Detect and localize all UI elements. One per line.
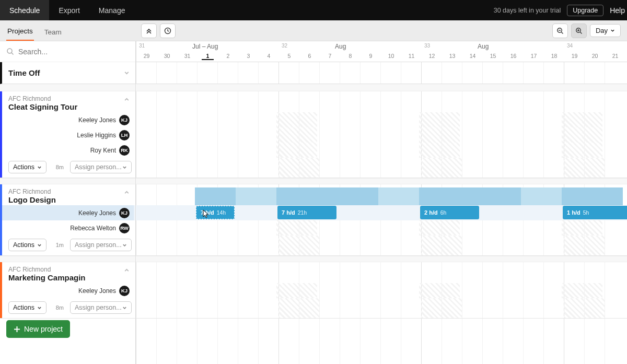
weekend-stripe (582, 283, 602, 298)
assign-person-select[interactable]: Assign person... (70, 239, 132, 251)
day-header[interactable]: 10 (385, 53, 397, 59)
avatar: RW (119, 223, 130, 233)
zoom-out-button[interactable] (552, 24, 568, 38)
day-header[interactable]: 17 (528, 53, 540, 59)
day-header[interactable]: 29 (141, 53, 153, 59)
project-name: Logo Design (8, 195, 127, 204)
chevron-down-icon[interactable] (124, 70, 130, 76)
nav-schedule[interactable]: Schedule (0, 0, 49, 20)
person-track[interactable] (134, 143, 627, 158)
day-header[interactable]: 18 (548, 53, 560, 59)
person-label[interactable]: Rebecca WeltonRW (0, 220, 134, 236)
allocation-hours-per-day: 7 h/d (201, 209, 214, 216)
weekend-stripe (582, 143, 602, 158)
project-group: AFC RichmondCleat Signing TourKeeley Jon… (0, 91, 627, 178)
allocation-hours-per-day: 1 h/d (567, 209, 580, 216)
weekend-stripe (564, 236, 584, 255)
day-header[interactable]: 3 (242, 53, 254, 59)
history-button[interactable] (160, 24, 176, 38)
person-row: Keeley JonesKJ (0, 112, 627, 127)
allocation-bar[interactable]: 7 h/d14h (196, 206, 235, 219)
person-label[interactable]: Roy KentRK (0, 143, 134, 158)
day-header[interactable]: 19 (568, 53, 580, 59)
new-project-button[interactable]: New project (6, 320, 70, 338)
weekend-stripe (276, 283, 297, 298)
person-row: Keeley JonesKJ (0, 283, 627, 298)
upgrade-button[interactable]: Upgrade (567, 5, 603, 16)
nav-export[interactable]: Export (49, 0, 89, 20)
day-header[interactable]: 20 (589, 53, 601, 59)
day-header[interactable]: 5 (283, 53, 295, 59)
subtab-team[interactable]: Team (43, 23, 63, 41)
assign-placeholder: Assign person... (75, 241, 122, 249)
plus-icon (14, 326, 20, 333)
person-track[interactable]: 7 h/d14h7 h/d21h2 h/d6h1 h/d5h (134, 205, 627, 220)
search-bar[interactable] (0, 41, 135, 62)
day-header[interactable]: 1 (202, 53, 214, 60)
assign-person-select[interactable]: Assign person... (70, 161, 132, 173)
nav-manage[interactable]: Manage (89, 0, 135, 20)
collapse-all-button[interactable] (141, 24, 157, 38)
search-input[interactable] (18, 48, 129, 56)
weekend-stripe (562, 143, 582, 158)
person-name: Leslie Higgins (77, 132, 116, 139)
avatar: KJ (119, 286, 130, 296)
actions-button[interactable]: Actions (8, 239, 47, 251)
day-header[interactable]: 31 (181, 53, 193, 59)
assign-person-select[interactable]: Assign person... (70, 301, 132, 314)
zoom-in-button[interactable] (571, 24, 587, 38)
allocation-bar[interactable]: 2 h/d6h (420, 206, 479, 219)
day-header[interactable]: 15 (487, 53, 499, 59)
person-track[interactable] (134, 220, 627, 236)
avatar: KJ (119, 115, 130, 125)
project-duration-bar (562, 187, 623, 206)
actions-button[interactable]: Actions (8, 301, 47, 314)
project-header[interactable]: AFC RichmondCleat Signing Tour (0, 91, 134, 112)
day-header[interactable]: 14 (467, 53, 479, 59)
collapse-icon[interactable] (124, 97, 130, 102)
person-label[interactable]: Keeley JonesKJ (0, 112, 134, 127)
timeoff-header[interactable]: Time Off (2, 62, 136, 84)
project-header[interactable]: AFC RichmondMarketing Campagin (0, 262, 134, 283)
help-link[interactable]: Help (610, 0, 627, 20)
weekend-stripe (276, 220, 297, 236)
day-header[interactable]: 4 (263, 53, 275, 59)
project-header-row: AFC RichmondLogo Design (0, 184, 627, 205)
zoom-out-icon (556, 27, 564, 34)
subtab-projects[interactable]: Projects (6, 22, 34, 41)
day-header[interactable]: 2 (222, 53, 234, 59)
collapse-icon[interactable] (124, 190, 130, 195)
day-header[interactable]: 9 (365, 53, 377, 59)
person-track[interactable] (134, 283, 627, 298)
weekend-stripe (439, 283, 460, 298)
weekend-stripe (582, 127, 602, 143)
actions-button[interactable]: Actions (8, 161, 47, 173)
weekend-stripe (419, 112, 439, 127)
day-header[interactable]: 30 (161, 53, 173, 59)
new-project-label: New project (24, 325, 63, 333)
weekend-stripe (299, 298, 319, 318)
zoom-level-select[interactable]: Day (590, 24, 621, 37)
project-header[interactable]: AFC RichmondLogo Design (0, 184, 134, 205)
collapse-icon[interactable] (124, 267, 130, 273)
day-header[interactable]: 21 (609, 53, 621, 59)
allocation-bar[interactable]: 7 h/d21h (277, 206, 336, 219)
day-header[interactable]: 11 (405, 53, 417, 59)
project-header-row: AFC RichmondMarketing Campagin (0, 262, 627, 283)
day-header[interactable]: 13 (446, 53, 458, 59)
person-track[interactable] (134, 112, 627, 127)
weekend-stripe (419, 220, 439, 236)
day-header[interactable]: 16 (507, 53, 519, 59)
day-header[interactable]: 12 (426, 53, 438, 59)
day-header[interactable]: 6 (304, 53, 316, 59)
person-label[interactable]: Keeley JonesKJ (0, 205, 134, 220)
person-track[interactable] (134, 127, 627, 143)
person-label[interactable]: Keeley JonesKJ (0, 283, 134, 298)
allocation-bar[interactable]: 1 h/d5h (563, 206, 627, 219)
person-label[interactable]: Leslie HigginsLH (0, 127, 134, 143)
project-header-track (134, 262, 627, 283)
day-header[interactable]: 7 (324, 53, 336, 59)
project-header-row: AFC RichmondCleat Signing Tour (0, 91, 627, 112)
weekend-stripe (278, 236, 299, 255)
day-header[interactable]: 8 (344, 53, 356, 59)
